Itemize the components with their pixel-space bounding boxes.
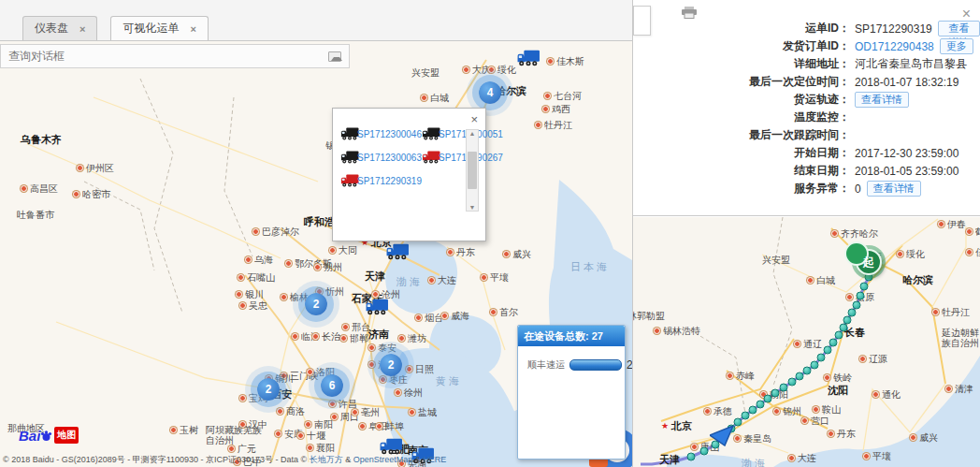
route-start-marker[interactable]: 起 xyxy=(856,249,882,275)
field-value-text: 河北省秦皇岛市昌黎县 xyxy=(855,56,967,72)
city-dot-icon xyxy=(704,408,711,415)
order-id-link[interactable]: OD1712290438 xyxy=(855,40,934,53)
route-point-marker[interactable] xyxy=(700,447,709,456)
route-point-marker[interactable] xyxy=(817,354,826,362)
route-point-marker[interactable] xyxy=(829,339,838,347)
cluster-marker[interactable]: 2 xyxy=(305,293,327,315)
city-label: 徐州 xyxy=(395,387,423,398)
carrier-rows: 顺丰速运27 xyxy=(518,346,625,372)
cluster-marker[interactable]: 4 xyxy=(479,81,501,104)
city-dot-icon xyxy=(252,228,259,235)
route-point-marker[interactable] xyxy=(742,412,750,420)
city-label: 赤峰 xyxy=(727,371,755,381)
city-label: 伊州区 xyxy=(77,163,114,173)
detail-fields: 运单ID：SP1712290319查看详情发货订单ID：OD1712290438… xyxy=(633,20,980,197)
city-label: 石嘴山 xyxy=(238,272,275,283)
city-name: 兴安盟 xyxy=(411,67,440,78)
route-point-marker[interactable] xyxy=(749,406,757,415)
city-dot-icon xyxy=(831,230,838,237)
city-label: 绥化 xyxy=(488,65,516,75)
cluster-marker[interactable]: 2 xyxy=(380,354,402,376)
city-dot-icon xyxy=(544,93,551,99)
route-point-marker[interactable] xyxy=(835,331,843,340)
route-point-marker[interactable] xyxy=(734,418,742,427)
route-point-marker[interactable] xyxy=(811,361,819,370)
cluster-marker[interactable]: 6 xyxy=(321,374,343,397)
truck-icon xyxy=(340,127,359,140)
scrollbar-thumb[interactable] xyxy=(468,152,477,189)
detail-action-button[interactable]: 查看详情 xyxy=(855,92,909,108)
tab-close-icon[interactable]: × xyxy=(190,23,195,35)
start-marker-label: 起 xyxy=(863,255,874,270)
city-name: 秦皇岛 xyxy=(743,433,771,444)
city-dot-icon xyxy=(292,333,298,340)
detail-action-button[interactable]: 更多 xyxy=(940,38,973,54)
tab-label: 仪表盘 xyxy=(35,21,68,36)
city-name: 七台河 xyxy=(554,91,582,101)
truck-marker[interactable] xyxy=(380,438,403,455)
city-label: 佳木斯 xyxy=(547,56,584,66)
city-name: 襄阳 xyxy=(316,443,335,453)
scroll-up-icon[interactable]: ▲ xyxy=(469,130,476,137)
route-map[interactable]: 齐齐哈尔伊春鹤岗大庆绥化佳木斯兴安盟白城哈尔滨松原牡丹江锡林郭勒盟锡林浩特长春延… xyxy=(633,217,980,467)
truck-marker[interactable] xyxy=(386,243,410,260)
device-count-panel: 在途设备总数: 27 顺丰速运27 xyxy=(517,325,626,460)
city-name: 白城 xyxy=(816,275,835,285)
shipment-list-item[interactable]: SP1712300063 xyxy=(340,151,422,164)
truck-icon xyxy=(386,243,410,260)
route-point-marker[interactable] xyxy=(860,283,869,291)
route-point-marker[interactable] xyxy=(824,346,832,355)
city-dot-icon xyxy=(236,291,242,298)
route-point-marker[interactable] xyxy=(857,292,865,300)
city-dot-icon xyxy=(503,251,510,257)
truck-marker[interactable] xyxy=(366,299,389,315)
collapse-icon[interactable] xyxy=(328,51,341,62)
field-value: OD1712290438更多 xyxy=(855,38,973,54)
city-name: 丹东 xyxy=(837,429,856,439)
route-point-marker[interactable] xyxy=(796,372,804,381)
route-point-marker[interactable] xyxy=(788,378,797,387)
field-label: 服务异常： xyxy=(633,181,850,197)
truck-marker[interactable] xyxy=(517,50,540,66)
route-point-marker[interactable] xyxy=(771,389,780,398)
shipment-list-item[interactable]: SP1712290319 xyxy=(340,174,422,187)
popup-close-icon[interactable]: × xyxy=(470,112,478,126)
attribution-link[interactable]: 长地万方 xyxy=(310,455,343,464)
city-dot-icon xyxy=(305,421,311,428)
route-point-marker[interactable] xyxy=(687,453,696,461)
detail-field-row: 温度监控： xyxy=(633,109,980,126)
route-point-marker[interactable] xyxy=(803,367,812,375)
attribution-link[interactable]: HERE xyxy=(423,455,446,464)
city-name: 天津 xyxy=(659,455,680,465)
tab-visual-waybill[interactable]: 可视化运单 × xyxy=(110,16,208,40)
city-name: 银川 xyxy=(245,289,264,299)
route-point-marker[interactable] xyxy=(757,401,765,409)
cluster-marker[interactable]: 2 xyxy=(257,378,280,401)
main-map[interactable]: 查询对话框 乌鲁木齐伊州区高昌区哈密市吐鲁番市那曲地区玉树兴安盟大庆绥化佳木斯白… xyxy=(0,41,632,467)
route-point-marker[interactable] xyxy=(764,395,772,403)
scroll-down-icon[interactable]: ▼ xyxy=(469,204,476,211)
attribution-link[interactable]: OpenStreetMap xyxy=(353,455,413,464)
popup-scrollbar[interactable]: ▲ ▼ xyxy=(466,129,479,212)
print-icon[interactable] xyxy=(682,7,697,19)
city-name: 忻州 xyxy=(325,286,344,297)
tab-dashboard[interactable]: 仪表盘 × xyxy=(22,16,97,40)
city-label: 白城 xyxy=(807,275,835,285)
detail-action-button[interactable]: 查看详情 xyxy=(938,21,980,36)
current-position-arrow[interactable] xyxy=(710,426,734,446)
shipment-list-item[interactable]: SP1712300046 xyxy=(340,127,422,140)
city-name: 威兴 xyxy=(512,249,531,259)
carrier-progress-bar xyxy=(569,359,622,371)
city-dot-icon xyxy=(488,66,495,73)
query-dialog-header[interactable]: 查询对话框 xyxy=(0,44,350,68)
shipment-list-item[interactable]: SP1712290267 xyxy=(422,151,503,164)
tab-close-icon[interactable]: × xyxy=(79,23,85,35)
route-point-marker[interactable] xyxy=(780,384,788,392)
attribution-text: & xyxy=(412,455,423,464)
city-name: 鹤岗 xyxy=(975,226,980,237)
city-name: 首尔 xyxy=(499,307,518,317)
city-label: 大庆 xyxy=(463,65,491,75)
detail-field-row: 发货订单ID：OD1712290438更多 xyxy=(633,37,980,55)
detail-action-button[interactable]: 查看详情 xyxy=(867,181,921,197)
shipment-list-item[interactable]: SP1712300051 xyxy=(422,127,503,140)
